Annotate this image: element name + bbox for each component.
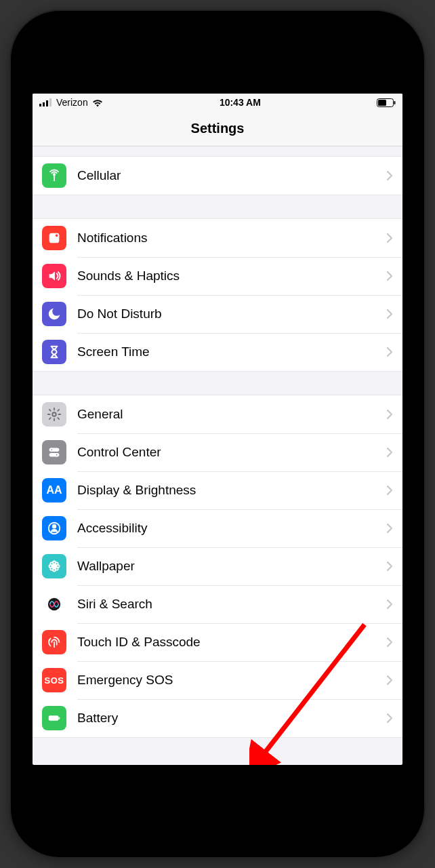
screen: Verizon 10:43 AM Settings CellularNotifi… (33, 94, 402, 765)
settings-row-label: Do Not Disturb (77, 307, 386, 321)
settings-row-label: Wallpaper (77, 559, 386, 574)
settings-row-label: Battery (77, 711, 386, 726)
chevron-right-icon (386, 271, 393, 281)
settings-row-siri[interactable]: Siri & Search (33, 585, 402, 623)
settings-row-label: General (77, 407, 386, 422)
chevron-right-icon (386, 447, 393, 458)
settings-row-label: Siri & Search (77, 597, 386, 612)
settings-row-label: Emergency SOS (77, 673, 386, 688)
svg-point-9 (55, 234, 59, 238)
signal-icon (39, 98, 53, 106)
battery-icon (377, 98, 396, 107)
svg-point-25 (56, 568, 58, 570)
antenna-icon (42, 163, 66, 188)
settings-row-label: Cellular (77, 168, 386, 183)
settings-row-battery[interactable]: Battery (33, 699, 402, 737)
chevron-right-icon (386, 523, 393, 534)
hourglass-icon (42, 340, 66, 364)
phone-device: Verizon 10:43 AM Settings CellularNotifi… (11, 11, 424, 857)
chevron-right-icon (386, 409, 393, 420)
settings-row-screentime[interactable]: Screen Time (33, 333, 402, 371)
svg-point-24 (50, 568, 53, 570)
gear-icon (42, 402, 66, 427)
settings-row-controlcenter[interactable]: Control Center (33, 433, 402, 471)
bell-icon (42, 226, 66, 250)
settings-row-label: Screen Time (77, 344, 386, 359)
chevron-right-icon (386, 233, 393, 243)
status-time: 10:43 AM (220, 97, 261, 108)
svg-rect-27 (49, 715, 59, 720)
settings-row-label: Control Center (77, 445, 386, 460)
svg-rect-0 (39, 104, 41, 106)
svg-rect-5 (378, 100, 386, 106)
svg-point-22 (50, 562, 53, 565)
sos-icon: SOS (42, 668, 66, 692)
svg-point-23 (56, 562, 58, 565)
settings-row-dnd[interactable]: Do Not Disturb (33, 295, 402, 333)
speaker-icon (42, 264, 66, 288)
status-bar: Verizon 10:43 AM (33, 94, 402, 111)
nav-bar: Settings (33, 111, 402, 146)
page-title: Settings (191, 121, 245, 136)
svg-point-7 (54, 174, 55, 175)
person-icon (42, 516, 66, 540)
chevron-right-icon (386, 713, 393, 724)
settings-row-sounds[interactable]: Sounds & Haptics (33, 257, 402, 295)
settings-row-touchid[interactable]: Touch ID & Passcode (33, 623, 402, 661)
settings-row-display[interactable]: AADisplay & Brightness (33, 471, 402, 509)
svg-rect-6 (394, 101, 396, 104)
chevron-right-icon (386, 485, 393, 496)
settings-list[interactable]: CellularNotificationsSounds & HapticsDo … (33, 146, 402, 738)
chevron-right-icon (386, 561, 393, 572)
svg-rect-28 (58, 717, 60, 719)
svg-point-16 (53, 525, 56, 528)
carrier-label: Verizon (56, 97, 88, 108)
settings-group: Cellular (33, 156, 402, 195)
settings-row-wallpaper[interactable]: Wallpaper (33, 547, 402, 585)
chevron-right-icon (386, 170, 393, 181)
settings-row-notifications[interactable]: Notifications (33, 219, 402, 257)
siri-icon (42, 592, 66, 616)
toggles-icon (42, 440, 66, 465)
chevron-right-icon (386, 309, 393, 319)
svg-rect-3 (49, 98, 51, 106)
chevron-right-icon (386, 637, 393, 648)
svg-rect-2 (46, 100, 48, 106)
battery-icon (42, 706, 66, 730)
chevron-right-icon (386, 599, 393, 610)
moon-icon (42, 302, 66, 326)
svg-point-10 (52, 412, 56, 416)
fingerprint-icon (42, 630, 66, 654)
settings-row-label: Notifications (77, 231, 386, 245)
settings-group: NotificationsSounds & HapticsDo Not Dist… (33, 218, 402, 372)
settings-row-cellular[interactable]: Cellular (33, 157, 402, 195)
wifi-icon (91, 98, 104, 107)
chevron-right-icon (386, 347, 393, 357)
svg-point-12 (51, 449, 54, 452)
settings-row-label: Touch ID & Passcode (77, 635, 386, 650)
flower-icon (42, 554, 66, 578)
chevron-right-icon (386, 675, 393, 686)
aa-icon: AA (42, 478, 66, 502)
settings-row-label: Sounds & Haptics (77, 269, 386, 283)
settings-row-general[interactable]: General (33, 395, 402, 433)
svg-rect-1 (43, 102, 45, 106)
settings-row-accessibility[interactable]: Accessibility (33, 509, 402, 547)
settings-group: GeneralControl CenterAADisplay & Brightn… (33, 395, 402, 738)
settings-row-sos[interactable]: SOSEmergency SOS (33, 661, 402, 699)
svg-point-14 (56, 454, 58, 456)
settings-row-label: Accessibility (77, 521, 386, 536)
settings-row-label: Display & Brightness (77, 483, 386, 498)
